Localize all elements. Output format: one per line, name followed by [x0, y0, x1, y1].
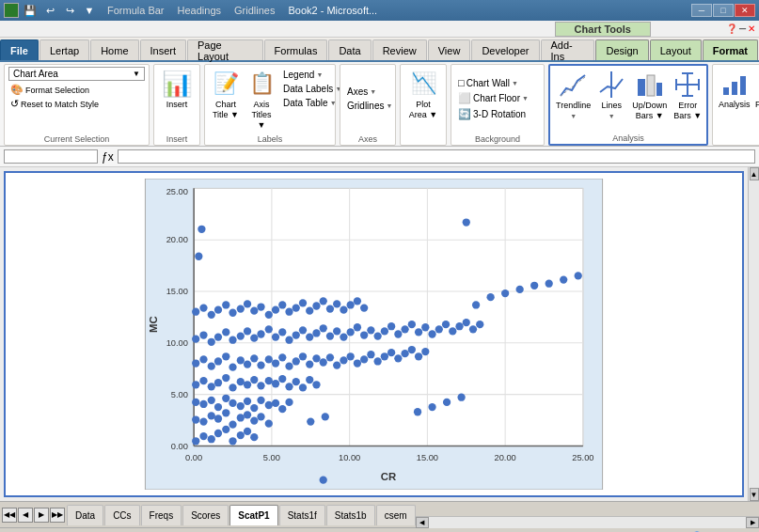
sheet-tab-csem[interactable]: csem	[376, 505, 416, 525]
svg-text:20.00: 20.00	[166, 236, 188, 245]
svg-point-146	[326, 333, 334, 340]
chart-container[interactable]: 0.00 5.00 10.00 15.00 20.00 25.00 0.00 5…	[4, 171, 744, 497]
svg-point-168	[476, 321, 483, 328]
window-controls[interactable]: ─ □ ✕	[691, 4, 755, 17]
svg-point-187	[320, 298, 327, 305]
sheet-next-button[interactable]: ▶	[34, 508, 49, 523]
tab-home[interactable]: Home	[90, 39, 138, 60]
svg-point-72	[272, 399, 279, 407]
sheet-tab-stats1b[interactable]: Stats1b	[326, 505, 375, 525]
svg-point-129	[208, 338, 215, 346]
svg-rect-11	[723, 87, 729, 95]
tab-page-layout[interactable]: Page Layout	[187, 39, 263, 60]
axis-titles-button[interactable]: 📋 AxisTitles ▼	[245, 67, 278, 132]
sheet-tab-data[interactable]: Data	[67, 505, 103, 525]
chart-area-combo[interactable]: Chart Area ▼	[8, 67, 145, 81]
svg-point-60	[265, 420, 273, 428]
close-button[interactable]: ✕	[735, 4, 755, 17]
svg-point-136	[257, 331, 264, 338]
data-table-dropdown[interactable]: Data Table ▼	[280, 97, 344, 109]
svg-point-150	[354, 324, 361, 332]
chart-title-button[interactable]: 📝 ChartTitle ▼	[209, 67, 243, 122]
sheet-tab-ccs[interactable]: CCs	[104, 505, 139, 525]
tab-developer[interactable]: Developer	[471, 39, 539, 60]
horizontal-scrollbar[interactable]: ◀ ▶	[416, 516, 759, 527]
plot-area-group: 📉 PlotArea ▼	[400, 64, 447, 146]
sheet-tab-freqs[interactable]: Freqs	[141, 505, 182, 525]
tab-data[interactable]: Data	[328, 39, 371, 60]
tab-view[interactable]: View	[428, 39, 471, 60]
svg-point-124	[408, 346, 416, 353]
undo-button[interactable]: ↩	[41, 2, 58, 19]
svg-point-148	[340, 334, 347, 341]
axes-dropdown[interactable]: Axes ▼	[344, 86, 391, 98]
svg-point-106	[285, 363, 293, 370]
sheet-tab-stats1f[interactable]: Stats1f	[279, 505, 325, 525]
reset-to-match-style-button[interactable]: ↺ Reset to Match Style	[8, 97, 145, 111]
trendline-button[interactable]: Trendline▼	[554, 68, 593, 123]
format-selection-button[interactable]: 🎨 Format Selection	[8, 83, 145, 97]
3d-rotation-button[interactable]: 🔄 3-D Rotation	[455, 107, 540, 121]
vertical-scrollbar[interactable]: ▲ ▼	[748, 167, 759, 501]
tab-add-ins[interactable]: Add-Ins	[541, 39, 595, 60]
svg-text:0.00: 0.00	[171, 442, 188, 451]
close-ribbon-button[interactable]: ✕	[748, 23, 755, 34]
qat-dropdown[interactable]: ▼	[81, 2, 98, 19]
properties-items: Analysis ⚙️ Properties	[717, 67, 759, 112]
tab-lertap[interactable]: Lertap	[40, 39, 89, 60]
tab-design[interactable]: Design	[595, 39, 648, 60]
gridlines-dropdown[interactable]: Gridlines ▼	[344, 100, 391, 112]
formula-input[interactable]	[118, 149, 755, 164]
sheet-tab-scores[interactable]: Scores	[182, 505, 229, 525]
svg-point-153	[374, 333, 382, 340]
up-down-bars-button[interactable]: Up/DownBars ▼	[630, 68, 669, 123]
data-labels-dropdown[interactable]: Data Labels ▼	[280, 83, 344, 95]
error-bars-button[interactable]: ErrorBars ▼	[671, 68, 704, 123]
scroll-up-button[interactable]: ▲	[750, 167, 759, 180]
svg-point-161	[428, 331, 435, 338]
svg-point-201	[575, 273, 582, 280]
scroll-down-button[interactable]: ▼	[750, 488, 759, 501]
chart-floor-dropdown[interactable]: ⬜ Chart Floor ▼	[455, 91, 540, 105]
svg-point-145	[320, 325, 327, 333]
background-group: □ Chart Wall ▼ ⬜ Chart Floor ▼ 🔄 3-D Rot…	[451, 64, 545, 146]
axes-group: Axes ▼ Gridlines ▼ Axes	[340, 64, 396, 146]
save-button[interactable]: 💾	[22, 2, 39, 19]
svg-point-196	[501, 289, 509, 297]
maximize-button[interactable]: □	[713, 4, 734, 17]
tab-insert[interactable]: Insert	[140, 39, 187, 60]
svg-point-188	[326, 305, 334, 313]
lines-button[interactable]: Lines▼	[594, 68, 628, 123]
redo-button[interactable]: ↪	[61, 2, 78, 19]
tab-file[interactable]: File	[0, 39, 39, 60]
svg-point-51	[199, 418, 207, 426]
svg-point-198	[530, 282, 538, 289]
function-wizard-button[interactable]: ƒx	[102, 150, 114, 164]
svg-point-197	[516, 286, 524, 293]
tab-review[interactable]: Review	[372, 39, 427, 60]
tab-layout[interactable]: Layout	[650, 39, 702, 60]
sheet-last-button[interactable]: ▶▶	[50, 508, 65, 523]
collapse-button[interactable]: ─	[739, 23, 746, 34]
svg-point-96	[214, 358, 222, 366]
scroll-right-button[interactable]: ▶	[746, 517, 759, 528]
svg-text:20.00: 20.00	[495, 453, 516, 462]
sheet-first-button[interactable]: ◀◀	[2, 508, 17, 523]
tab-format[interactable]: Format	[703, 39, 758, 60]
sheet-prev-button[interactable]: ◀	[18, 508, 33, 523]
minimize-button[interactable]: ─	[691, 4, 712, 17]
svg-point-61	[192, 399, 199, 406]
sheet-tab-scatp1[interactable]: ScatP1	[229, 505, 277, 525]
help-button[interactable]: ❓	[726, 23, 737, 34]
analysis-button[interactable]: Analysis	[717, 67, 752, 112]
svg-point-56	[237, 415, 245, 422]
scroll-left-button[interactable]: ◀	[416, 517, 429, 528]
properties-button[interactable]: ⚙️ Properties	[754, 67, 759, 112]
tab-formulas[interactable]: Formulas	[264, 39, 328, 60]
name-box[interactable]	[4, 149, 98, 164]
plot-area-button[interactable]: 📉 PlotArea ▼	[402, 67, 445, 122]
chart-wall-dropdown[interactable]: □ Chart Wall ▼	[455, 76, 540, 89]
legend-dropdown[interactable]: Legend ▼	[280, 69, 344, 81]
svg-text:MC: MC	[148, 317, 159, 334]
insert-button[interactable]: 📊 Insert	[156, 67, 198, 112]
